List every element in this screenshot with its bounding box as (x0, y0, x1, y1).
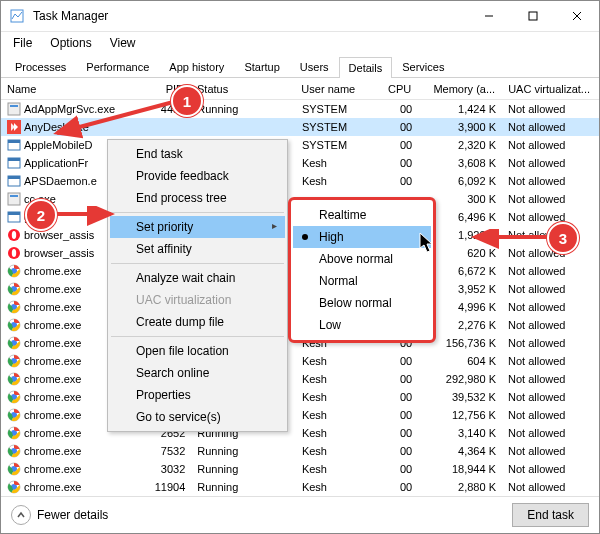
process-row[interactable]: chrome.exe2652RunningKesh003,140 KNot al… (1, 424, 599, 442)
priority-low[interactable]: Low (293, 314, 431, 336)
process-memory: 2,320 K (418, 138, 502, 152)
priority-realtime[interactable]: Realtime (293, 204, 431, 226)
col-cpu[interactable]: CPU (370, 79, 418, 99)
menu-item-go-to-service-s-[interactable]: Go to service(s) (110, 406, 285, 428)
tab-services[interactable]: Services (392, 56, 454, 77)
process-user: Kesh (296, 354, 370, 368)
process-uac: Not allowed (502, 174, 599, 188)
process-row[interactable]: chrome.exeKesh00292,980 KNot allowed (1, 370, 599, 388)
tabs: ProcessesPerformanceApp historyStartupUs… (1, 54, 599, 79)
process-row[interactable]: chrome.exeKesh0039,532 KNot allowed (1, 388, 599, 406)
process-row[interactable]: chrome.exe11904RunningKesh002,880 KNot a… (1, 478, 599, 496)
priority-high[interactable]: High (293, 226, 431, 248)
process-icon (7, 246, 21, 260)
minimize-button[interactable] (467, 1, 511, 31)
svg-rect-11 (8, 158, 20, 161)
priority-normal[interactable]: Normal (293, 270, 431, 292)
col-name[interactable]: Name (1, 79, 131, 99)
process-row[interactable]: AnyDesk.exeSYSTEM003,900 KNot allowed (1, 118, 599, 136)
maximize-button[interactable] (511, 1, 555, 31)
process-row[interactable]: chrome.exeKesh00604 KNot allowed (1, 352, 599, 370)
process-status: Running (191, 480, 296, 494)
priority-below-normal[interactable]: Below normal (293, 292, 431, 314)
process-uac: Not allowed (502, 354, 599, 368)
menu-item-end-task[interactable]: End task (110, 143, 285, 165)
menu-item-set-affinity[interactable]: Set affinity (110, 238, 285, 260)
process-user: Kesh (296, 426, 370, 440)
svg-rect-9 (8, 140, 20, 143)
process-icon (7, 372, 21, 386)
process-status: Running (191, 102, 296, 116)
menu-item-open-file-location[interactable]: Open file location (110, 340, 285, 362)
close-button[interactable] (555, 1, 599, 31)
process-uac: Not allowed (502, 156, 599, 170)
tab-processes[interactable]: Processes (5, 56, 76, 77)
menu-item-search-online[interactable]: Search online (110, 362, 285, 384)
process-pid (132, 126, 191, 128)
menu-view[interactable]: View (104, 34, 142, 52)
menu-item-create-dump-file[interactable]: Create dump file (110, 311, 285, 333)
tab-performance[interactable]: Performance (76, 56, 159, 77)
process-icon (7, 264, 21, 278)
app-icon (9, 8, 25, 24)
process-user: Kesh (296, 462, 370, 476)
process-uac: Not allowed (502, 192, 599, 206)
tab-startup[interactable]: Startup (234, 56, 289, 77)
process-row[interactable]: chrome.exe3032RunningKesh0018,944 KNot a… (1, 460, 599, 478)
process-memory: 292,980 K (418, 372, 502, 386)
process-row[interactable]: APSDaemon.eKesh006,092 KNot allowed (1, 172, 599, 190)
process-user: Kesh (296, 372, 370, 386)
process-memory: 4,364 K (418, 444, 502, 458)
process-uac: Not allowed (502, 336, 599, 350)
menu-options[interactable]: Options (44, 34, 97, 52)
process-name: chrome.exe (24, 427, 81, 439)
process-row[interactable]: AdAppMgrSvc.exe4452RunningSYSTEM001,424 … (1, 100, 599, 118)
process-icon (7, 426, 21, 440)
process-cpu: 00 (370, 390, 418, 404)
col-uac[interactable]: UAC virtualizat... (502, 79, 599, 99)
process-cpu: 00 (370, 354, 418, 368)
tab-app-history[interactable]: App history (159, 56, 234, 77)
col-mem[interactable]: Memory (a... (418, 79, 502, 99)
end-task-button[interactable]: End task (512, 503, 589, 527)
process-uac: Not allowed (502, 264, 599, 278)
svg-point-21 (12, 249, 16, 257)
process-row[interactable]: AppleMobileDSYSTEM002,320 KNot allowed (1, 136, 599, 154)
process-uac: Not allowed (502, 318, 599, 332)
menu-item-provide-feedback[interactable]: Provide feedback (110, 165, 285, 187)
process-memory: 39,532 K (418, 390, 502, 404)
process-icon (7, 462, 21, 476)
process-name: chrome.exe (24, 265, 81, 277)
process-cpu: 00 (370, 102, 418, 116)
menu-item-set-priority[interactable]: Set priority (110, 216, 285, 238)
process-name: chrome.exe (24, 463, 81, 475)
process-cpu: 00 (370, 174, 418, 188)
process-cpu: 00 (370, 426, 418, 440)
col-user[interactable]: User name (295, 79, 370, 99)
menu-file[interactable]: File (7, 34, 38, 52)
tab-users[interactable]: Users (290, 56, 339, 77)
process-row[interactable]: chrome.exe2960RunningKesh0012,756 KNot a… (1, 406, 599, 424)
footer: Fewer details End task (1, 496, 599, 533)
process-name: chrome.exe (24, 319, 81, 331)
menu-item-analyze-wait-chain[interactable]: Analyze wait chain (110, 267, 285, 289)
svg-rect-17 (8, 212, 20, 215)
tab-details[interactable]: Details (339, 57, 393, 78)
process-uac: Not allowed (502, 300, 599, 314)
fewer-details-toggle[interactable]: Fewer details (11, 505, 108, 525)
process-cpu: 00 (370, 120, 418, 134)
menu-item-end-process-tree[interactable]: End process tree (110, 187, 285, 209)
process-memory: 3,140 K (418, 426, 502, 440)
priority-above-normal[interactable]: Above normal (293, 248, 431, 270)
process-name: chrome.exe (24, 409, 81, 421)
process-name: chrome.exe (24, 355, 81, 367)
process-row[interactable]: ApplicationFrKesh003,608 KNot allowed (1, 154, 599, 172)
process-name: chrome.exe (24, 301, 81, 313)
process-row[interactable]: chrome.exe7532RunningKesh004,364 KNot al… (1, 442, 599, 460)
col-status[interactable]: Status (191, 79, 295, 99)
menu-item-properties[interactable]: Properties (110, 384, 285, 406)
process-status: Running (191, 462, 296, 476)
process-icon (7, 174, 21, 188)
process-cpu: 00 (370, 444, 418, 458)
process-name: browser_assis (24, 229, 94, 241)
